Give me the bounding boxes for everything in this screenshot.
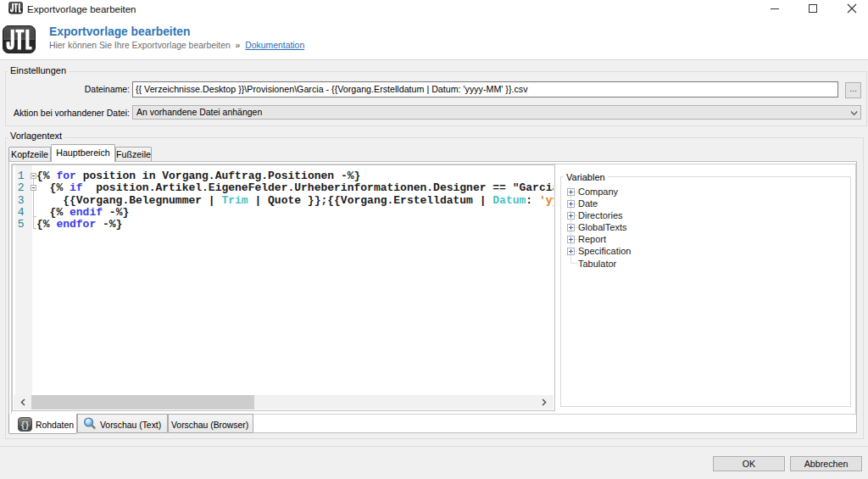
svg-text:{}: {} [21,420,30,430]
